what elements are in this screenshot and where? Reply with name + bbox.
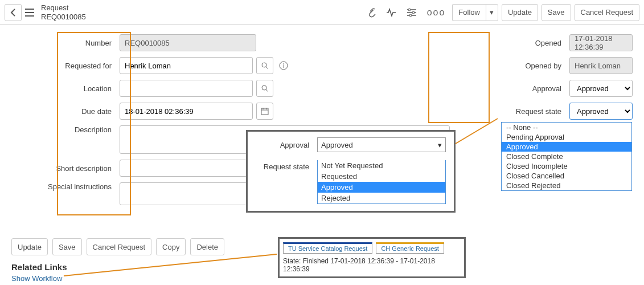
copy-button[interactable]: Copy — [156, 238, 186, 255]
update-button-bottom[interactable]: Update — [11, 238, 48, 255]
request-state-select[interactable]: Approved — [569, 103, 633, 120]
record-title: Request REQ0010085 — [41, 3, 86, 21]
cancel-request-button-bottom[interactable]: Cancel Request — [87, 238, 152, 255]
dropdown-option[interactable]: Closed Cancelled — [502, 171, 631, 181]
due-date-label: Due date — [11, 107, 120, 116]
lookup-icon[interactable] — [256, 80, 273, 97]
svg-point-2 — [409, 14, 412, 17]
due-date-input[interactable] — [120, 103, 253, 120]
dropdown-option[interactable]: Pending Approval — [502, 132, 631, 142]
related-links-heading: Related Links — [11, 262, 67, 272]
activity-icon[interactable] — [383, 8, 400, 17]
svg-rect-7 — [261, 108, 268, 115]
opened-field: 17-01-2018 12:36:39 — [569, 34, 633, 51]
request-state-dropdown[interactable]: -- None --Pending ApprovalApprovedClosed… — [501, 122, 632, 191]
requested-for-input[interactable] — [120, 57, 253, 74]
opened-label: Opened — [495, 39, 569, 47]
delete-button[interactable]: Delete — [190, 238, 224, 255]
save-button[interactable]: Save — [542, 4, 571, 21]
workflow-tab-1[interactable]: TU Service Catalog Request — [283, 242, 372, 254]
attachment-icon[interactable] — [363, 7, 379, 18]
dropdown-option[interactable]: Closed Complete — [502, 152, 631, 161]
dropdown-option[interactable]: Approved — [318, 182, 445, 193]
overlay-approval-state: Approval Approved▾ Request state Not Yet… — [246, 130, 456, 213]
approval-select[interactable]: Approved — [569, 80, 633, 97]
dropdown-option[interactable]: Requested — [318, 171, 445, 182]
dropdown-option[interactable]: Not Yet Requested — [318, 160, 445, 171]
lookup-icon[interactable] — [256, 57, 273, 74]
follow-dropdown[interactable]: ▾ — [486, 4, 498, 21]
request-state-label: Request state — [495, 107, 569, 116]
svg-point-1 — [412, 11, 415, 14]
info-icon[interactable]: i — [277, 57, 290, 74]
svg-point-0 — [408, 9, 411, 11]
location-label: Location — [11, 84, 120, 93]
calendar-icon[interactable] — [256, 103, 273, 120]
workflow-state: State: Finished 17-01-2018 12:36:39 - 17… — [283, 257, 461, 273]
save-button-bottom[interactable]: Save — [52, 238, 82, 255]
settings-icon[interactable] — [403, 8, 420, 17]
svg-point-6 — [262, 85, 266, 90]
opened-by-label: Opened by — [495, 62, 569, 70]
dropdown-option[interactable]: Closed Incomplete — [502, 161, 631, 171]
overlay-approval-select[interactable]: Approved▾ — [317, 137, 446, 152]
approval-label: Approval — [495, 84, 569, 93]
workflow-tab-2[interactable]: CH Generic Request — [376, 242, 444, 254]
dropdown-option[interactable]: Rejected — [318, 193, 445, 203]
number-label: Number — [11, 39, 120, 47]
svg-point-3 — [262, 63, 266, 67]
overlay-workflow: TU Service Catalog Request CH Generic Re… — [278, 237, 466, 278]
back-button[interactable] — [5, 4, 22, 21]
more-icon[interactable]: ooo — [424, 7, 449, 18]
number-field: REQ0010085 — [120, 34, 256, 51]
requested-for-label: Requested for — [11, 62, 120, 70]
special-instructions-label: Special instructions — [11, 182, 120, 191]
location-input[interactable] — [120, 80, 253, 97]
short-description-label: Short description — [11, 164, 120, 173]
opened-by-field: Henrik Loman — [569, 57, 633, 74]
show-workflow-link[interactable]: Show Workflow — [11, 274, 62, 283]
update-button[interactable]: Update — [502, 4, 538, 21]
dropdown-option[interactable]: Approved — [502, 142, 631, 152]
description-label: Description — [11, 125, 120, 134]
overlay-state-options[interactable]: Not Yet RequestedRequestedApprovedReject… — [317, 160, 446, 204]
cancel-request-button[interactable]: Cancel Request — [575, 4, 640, 21]
dropdown-option[interactable]: -- None -- — [502, 123, 631, 132]
dropdown-option[interactable]: Closed Rejected — [502, 181, 631, 190]
svg-line-9 — [64, 254, 277, 276]
menu-icon[interactable] — [22, 9, 38, 17]
svg-text:i: i — [283, 63, 284, 69]
follow-button[interactable]: Follow — [452, 4, 486, 21]
